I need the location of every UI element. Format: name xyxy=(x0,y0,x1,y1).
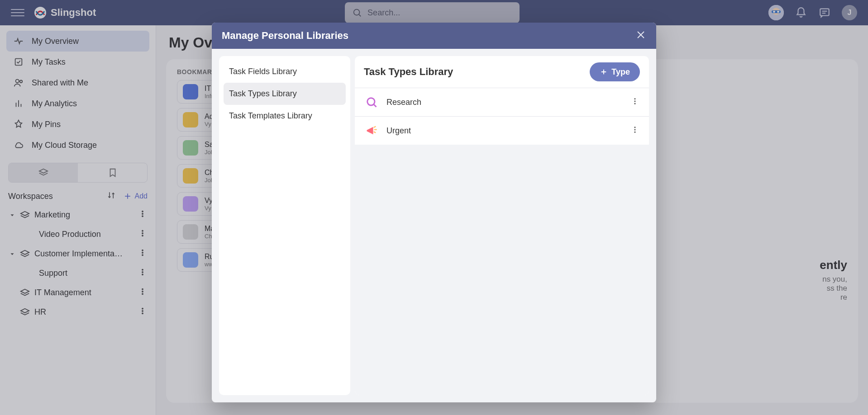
library-nav-item[interactable]: Task Types Library xyxy=(224,83,346,105)
library-nav: Task Fields LibraryTask Types LibraryTas… xyxy=(219,56,350,395)
library-panel: Task Types Library Type ResearchUrgent xyxy=(355,56,649,395)
modal-title: Manage Personal Libraries xyxy=(222,30,348,42)
add-type-button[interactable]: Type xyxy=(590,62,640,81)
plus-icon xyxy=(600,68,608,76)
task-type-menu-button[interactable] xyxy=(631,97,639,107)
svg-point-55 xyxy=(634,132,635,132)
svg-point-53 xyxy=(634,127,635,128)
library-nav-item[interactable]: Task Fields Library xyxy=(224,61,346,83)
library-panel-title: Task Types Library xyxy=(364,66,453,78)
close-icon xyxy=(635,29,646,40)
modal-close-button[interactable] xyxy=(635,29,646,42)
library-nav-item[interactable]: Task Templates Library xyxy=(224,105,346,127)
svg-point-54 xyxy=(634,129,635,130)
task-type-menu-button[interactable] xyxy=(631,126,639,136)
megaphone-icon xyxy=(365,124,378,137)
manage-libraries-modal: Manage Personal Libraries Task Fields Li… xyxy=(212,23,656,402)
svg-point-51 xyxy=(634,101,635,102)
task-type-row[interactable]: Urgent xyxy=(355,117,649,145)
task-type-row[interactable]: Research xyxy=(355,88,649,117)
svg-point-52 xyxy=(634,103,635,104)
svg-point-48 xyxy=(367,98,375,105)
task-type-name: Research xyxy=(386,98,623,107)
search-icon xyxy=(365,95,378,109)
svg-line-49 xyxy=(374,104,376,107)
svg-point-50 xyxy=(634,99,635,99)
task-type-name: Urgent xyxy=(386,126,623,136)
modal-scrim[interactable]: Manage Personal Libraries Task Fields Li… xyxy=(0,0,868,415)
